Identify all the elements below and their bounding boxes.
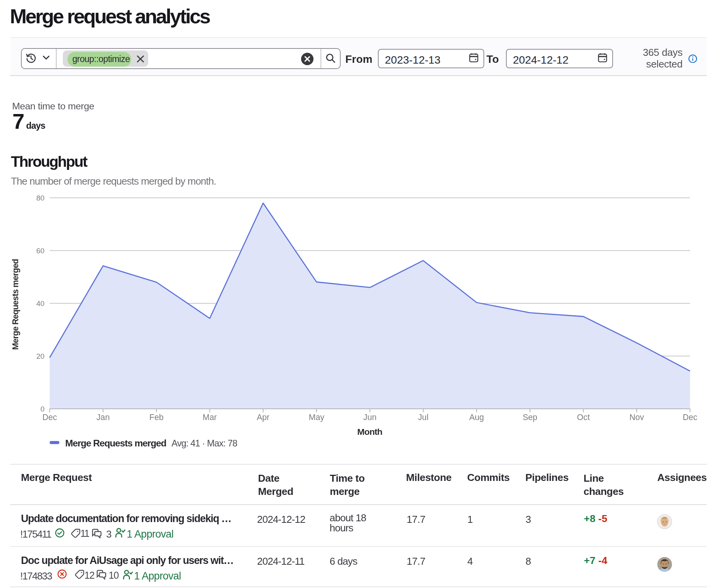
svg-text:Month: Month	[357, 427, 382, 437]
svg-text:Oct: Oct	[577, 413, 590, 422]
svg-text:80: 80	[36, 194, 44, 202]
svg-text:60: 60	[36, 247, 44, 255]
svg-text:Jul: Jul	[418, 413, 428, 422]
svg-text:Mar: Mar	[203, 413, 217, 422]
svg-text:Sep: Sep	[523, 413, 537, 422]
svg-text:Jun: Jun	[363, 413, 376, 422]
svg-text:Dec: Dec	[683, 413, 698, 422]
svg-text:40: 40	[36, 299, 44, 308]
svg-text:Merge Requests merged: Merge Requests merged	[10, 259, 20, 350]
svg-text:20: 20	[36, 352, 44, 360]
svg-text:Jan: Jan	[97, 413, 110, 422]
svg-text:Apr: Apr	[257, 413, 270, 422]
svg-text:Avg: 41 · Max: 78: Avg: 41 · Max: 78	[171, 438, 237, 448]
svg-text:May: May	[309, 413, 324, 422]
svg-text:Aug: Aug	[469, 413, 484, 422]
svg-text:Feb: Feb	[149, 413, 164, 422]
svg-text:0: 0	[40, 405, 45, 413]
svg-text:Merge Requests merged: Merge Requests merged	[65, 438, 166, 448]
svg-text:Dec: Dec	[42, 413, 57, 422]
svg-text:Nov: Nov	[629, 413, 644, 422]
